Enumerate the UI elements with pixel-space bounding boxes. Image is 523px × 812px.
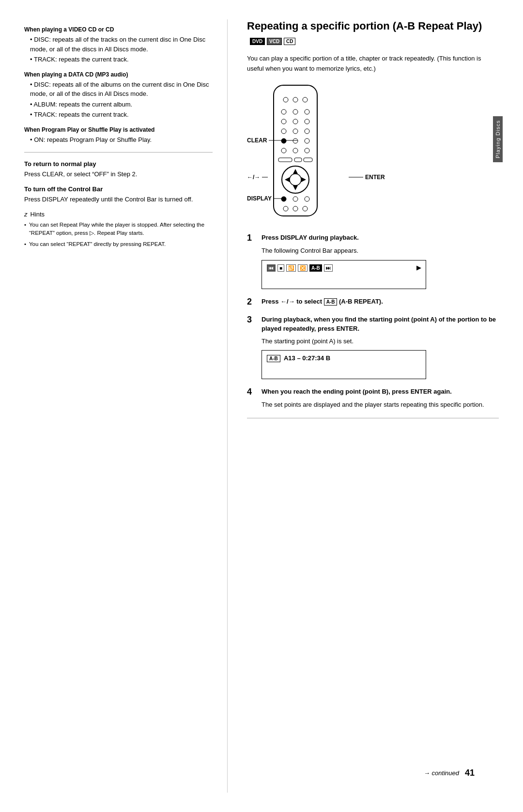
page: When playing a VIDEO CD or CD DISC: repe…	[0, 0, 523, 812]
display-label: DISPLAY	[247, 195, 283, 202]
cb-arrow: ▶	[416, 264, 421, 271]
enter-text: ENTER	[365, 174, 385, 181]
video-cd-heading: When playing a VIDEO CD or CD	[24, 26, 213, 33]
step-3-body: The starting point (point A) is set.	[262, 337, 499, 347]
step-1-heading: Press DISPLAY during playback.	[262, 233, 359, 243]
step-1: 1 Press DISPLAY during playback. The fol…	[247, 233, 499, 289]
bottom-bar: → continued 41	[424, 768, 475, 778]
step-4: 4 When you reach the ending point (point…	[247, 387, 499, 410]
vcd-badge: VCD	[267, 38, 282, 45]
step-2-heading: Press ←/→ to select A-B (A-B REPEAT).	[262, 297, 383, 306]
step-3-header: 3 During playback, when you find the sta…	[247, 315, 499, 334]
ab-display: A-B A13 – 0:27:34 B	[262, 350, 426, 379]
data-cd-heading: When playing a DATA CD (MP3 audio)	[24, 71, 213, 78]
normal-play-heading: To return to normal play	[24, 160, 213, 168]
continued-text: → continued	[424, 769, 459, 777]
clear-label: CLEAR	[247, 137, 298, 144]
hint-2: You can select “REPEAT” directly by pres…	[24, 240, 213, 248]
step-4-heading: When you reach the ending point (point B…	[262, 387, 452, 397]
shuffle-heading: When Program Play or Shuffle Play is act…	[24, 126, 213, 133]
hints-z-icon: z	[24, 211, 28, 218]
page-title: Repeating a specific portion (A-B Repeat…	[247, 19, 499, 47]
bullet-item: ALBUM: repeats the current album.	[30, 100, 213, 109]
hints-title: z Hints	[24, 211, 213, 218]
cd-badge: CD	[284, 38, 295, 45]
step-2: 2 Press ←/→ to select A-B (A-B REPEAT).	[247, 297, 499, 307]
step-3-heading: During playback, when you find the start…	[262, 315, 499, 334]
ab-badge: A-B	[324, 298, 338, 306]
cb-icon-more: ⏭	[324, 264, 333, 272]
step-2-number: 2	[247, 297, 257, 307]
right-column: Playing Discs Repeating a specific porti…	[228, 19, 499, 793]
control-bar-section: To turn off the Control Bar Press DISPLA…	[24, 185, 213, 205]
normal-play-body: Press CLEAR, or select “OFF” in Step 2.	[24, 169, 213, 180]
bullet-item: TRACK: repeats the current track.	[30, 55, 213, 64]
shuffle-bullets: ON: repeats Program Play or Shuffle Play…	[24, 135, 213, 145]
enter-label: ENTER	[349, 174, 385, 181]
normal-play-section: To return to normal play Press CLEAR, or…	[24, 160, 213, 180]
control-bar-icons: ⏮ ■ 🔁 🔀 A-B ⏭ ▶	[267, 264, 421, 272]
ab-display-text: A-B A13 – 0:27:34 B	[267, 354, 330, 362]
bullet-item: DISC: repeats all of the albums on the c…	[30, 80, 213, 99]
remote-diagram-container: CLEAR ←/→ DISPLAY ENTER	[247, 83, 499, 223]
ab-time: A13 – 0:27:34 B	[284, 354, 330, 362]
arrow-text: ←/→	[247, 174, 260, 181]
cb-icon-random: 🔀	[298, 264, 308, 272]
video-cd-section: When playing a VIDEO CD or CD DISC: repe…	[24, 26, 213, 64]
badge-group: DVD VCD CD	[250, 37, 295, 45]
step-1-number: 1	[247, 233, 257, 243]
intro-text: You can play a specific portion of a tit…	[247, 54, 499, 74]
cb-icon-repeat: 🔁	[286, 264, 296, 272]
cb-icon-stop: ■	[277, 264, 284, 272]
hints-section: z Hints You can set Repeat Play while th…	[24, 211, 213, 249]
step-3-number: 3	[247, 315, 257, 325]
step-1-body: The following Control Bar appears.	[262, 246, 499, 256]
dvd-badge: DVD	[250, 38, 265, 45]
bullet-item: TRACK: repeats the current track.	[30, 110, 213, 120]
bottom-divider	[247, 418, 499, 418]
step-4-number: 4	[247, 387, 257, 397]
control-bar-display-1: ⏮ ■ 🔁 🔀 A-B ⏭ ▶	[262, 260, 426, 289]
control-bar-body: Press DISPLAY repeatedly until the Contr…	[24, 195, 213, 205]
step-2-header: 2 Press ←/→ to select A-B (A-B REPEAT).	[247, 297, 499, 307]
clear-text: CLEAR	[247, 137, 267, 144]
data-cd-section: When playing a DATA CD (MP3 audio) DISC:…	[24, 71, 213, 120]
cb-icon-dvd: ⏮	[267, 264, 276, 272]
step-4-header: 4 When you reach the ending point (point…	[247, 387, 499, 397]
hint-1: You can set Repeat Play while the player…	[24, 221, 213, 238]
title-text: Repeating a specific portion (A-B Repeat…	[247, 20, 482, 32]
arrow-label: ←/→	[247, 174, 268, 181]
bullet-item: ON: repeats Program Play or Shuffle Play…	[30, 135, 213, 145]
display-text: DISPLAY	[247, 195, 272, 202]
step-4-body: The set points are displayed and the pla…	[262, 400, 499, 410]
video-cd-bullets: DISC: repeats all of the tracks on the c…	[24, 35, 213, 64]
hints-label: Hints	[31, 211, 45, 218]
shuffle-section: When Program Play or Shuffle Play is act…	[24, 126, 213, 145]
step-3: 3 During playback, when you find the sta…	[247, 315, 499, 380]
data-cd-bullets: DISC: repeats all of the albums on the c…	[24, 80, 213, 120]
divider	[24, 152, 213, 153]
cb-icon-ab: A-B	[309, 264, 322, 272]
ab-icon: A-B	[267, 355, 280, 362]
step-1-header: 1 Press DISPLAY during playback.	[247, 233, 499, 243]
page-number: 41	[465, 768, 475, 778]
remote-labels: CLEAR ←/→ DISPLAY ENTER	[247, 83, 441, 223]
control-bar-heading: To turn off the Control Bar	[24, 185, 213, 193]
left-column: When playing a VIDEO CD or CD DISC: repe…	[24, 19, 228, 793]
bullet-item: DISC: repeats all of the tracks on the c…	[30, 35, 213, 54]
